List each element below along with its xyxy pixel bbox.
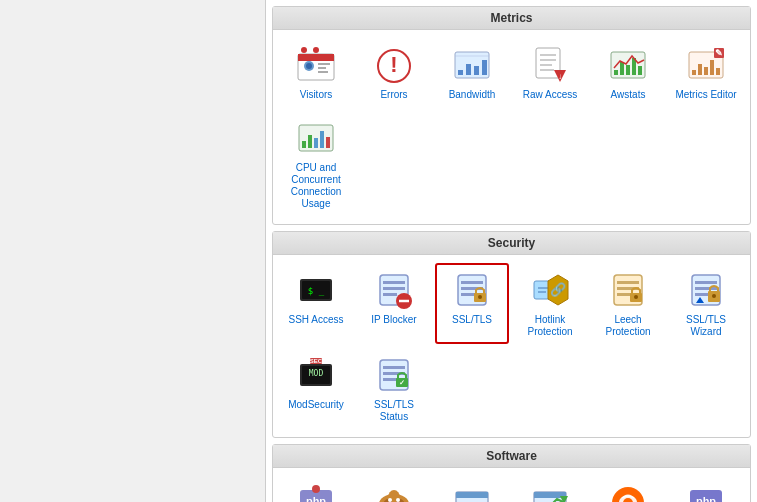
- svg-rect-5: [318, 67, 326, 69]
- errors-item[interactable]: ! Errors: [357, 38, 431, 107]
- ssl-tls-item[interactable]: SSL/TLS: [435, 263, 509, 344]
- ssl-tls-wizard-label: SSL/TLS Wizard: [675, 314, 737, 338]
- svg-rect-15: [482, 60, 487, 75]
- hotlink-protection-item[interactable]: 🔗 Hotlink Protection: [513, 263, 587, 344]
- svg-rect-4: [318, 63, 330, 65]
- hotlink-protection-icon: 🔗: [529, 269, 571, 311]
- metrics-section: Metrics: [272, 6, 751, 225]
- svg-text:SEC: SEC: [310, 358, 323, 364]
- awstats-label: Awstats: [611, 89, 646, 101]
- awstats-item[interactable]: Awstats: [591, 38, 665, 107]
- software-header: Software: [273, 445, 750, 468]
- ssl-tls-label: SSL/TLS: [452, 314, 492, 326]
- svg-rect-29: [638, 66, 642, 75]
- modsecurity-item[interactable]: MOD SEC ModSecurity: [279, 348, 353, 429]
- perl-modules-icon: [373, 482, 415, 502]
- ssl-tls-wizard-item[interactable]: SSL/TLS Wizard: [669, 263, 743, 344]
- svg-rect-27: [626, 65, 630, 75]
- svg-rect-83: [383, 366, 405, 369]
- bandwidth-label: Bandwidth: [449, 89, 496, 101]
- ssh-access-item[interactable]: $ _ SSH Access: [279, 263, 353, 344]
- svg-text:MOD: MOD: [309, 369, 324, 378]
- svg-rect-42: [320, 131, 324, 148]
- optimize-website-icon: [529, 482, 571, 502]
- cpu-usage-item[interactable]: CPU and Concurrent Connection Usage: [279, 111, 353, 216]
- raw-access-item[interactable]: ↓ Raw Access: [513, 38, 587, 107]
- softaculous-icon: [607, 482, 649, 502]
- svg-point-8: [313, 47, 319, 53]
- bandwidth-icon: [451, 44, 493, 86]
- svg-rect-72: [695, 287, 717, 290]
- bandwidth-item[interactable]: Bandwidth: [435, 38, 509, 107]
- main-content: Metrics: [265, 0, 757, 502]
- errors-label: Errors: [380, 89, 407, 101]
- leech-protection-item[interactable]: Leech Protection: [591, 263, 665, 344]
- optimize-website-item[interactable]: Optimize Website: [513, 476, 587, 502]
- ssl-tls-status-item[interactable]: ✓ SSL/TLS Status: [357, 348, 431, 429]
- ip-blocker-item[interactable]: IP Blocker: [357, 263, 431, 344]
- ssh-access-icon: $ _: [295, 269, 337, 311]
- ssl-tls-icon: [451, 269, 493, 311]
- perl-modules-item[interactable]: Perl Modules: [357, 476, 431, 502]
- svg-rect-19: [540, 59, 556, 61]
- svg-rect-41: [314, 138, 318, 148]
- ssl-tls-wizard-icon: [685, 269, 727, 311]
- modsecurity-icon: MOD SEC: [295, 354, 337, 396]
- svg-rect-49: [383, 287, 405, 290]
- metrics-editor-item[interactable]: ✎ Metrics Editor: [669, 38, 743, 107]
- svg-rect-12: [458, 70, 463, 75]
- metrics-grid: Visitors ! Errors: [273, 30, 750, 224]
- svg-point-3: [306, 63, 312, 69]
- left-sidebar: [0, 0, 265, 502]
- svg-text:🔗: 🔗: [550, 281, 567, 298]
- modsecurity-label: ModSecurity: [288, 399, 344, 411]
- ip-blocker-icon: [373, 269, 415, 311]
- svg-text:!: !: [390, 52, 397, 77]
- ip-blocker-label: IP Blocker: [371, 314, 416, 326]
- svg-rect-65: [617, 281, 639, 284]
- visitors-item[interactable]: Visitors: [279, 38, 353, 107]
- svg-rect-1: [298, 54, 334, 61]
- svg-point-58: [478, 295, 482, 299]
- svg-point-69: [634, 295, 638, 299]
- ssl-tls-status-label: SSL/TLS Status: [363, 399, 425, 423]
- awstats-icon: [607, 44, 649, 86]
- svg-point-7: [301, 47, 307, 53]
- site-software-item[interactable]: Site Software: [435, 476, 509, 502]
- svg-rect-54: [461, 281, 483, 284]
- select-php-item[interactable]: php 🔑 Select PHP Version: [669, 476, 743, 502]
- security-grid: $ _ SSH Access: [273, 255, 750, 437]
- svg-rect-33: [704, 67, 708, 75]
- raw-access-label: Raw Access: [523, 89, 577, 101]
- svg-rect-20: [540, 64, 552, 66]
- svg-rect-32: [698, 64, 702, 75]
- software-section: Software php PHP PEAR Packages: [272, 444, 751, 502]
- visitors-label: Visitors: [300, 89, 333, 101]
- svg-rect-73: [695, 293, 709, 296]
- ssh-access-label: SSH Access: [288, 314, 343, 326]
- svg-point-90: [312, 485, 320, 493]
- svg-rect-43: [326, 137, 330, 148]
- svg-rect-39: [302, 141, 306, 148]
- security-header: Security: [273, 232, 750, 255]
- svg-rect-26: [620, 62, 624, 75]
- svg-rect-48: [383, 281, 405, 284]
- metrics-editor-icon: ✎: [685, 44, 727, 86]
- svg-text:php: php: [696, 495, 716, 502]
- svg-text:✓: ✓: [399, 379, 405, 386]
- softaculous-item[interactable]: Softaculous Apps Installer: [591, 476, 665, 502]
- ssl-tls-status-icon: ✓: [373, 354, 415, 396]
- cpu-usage-label: CPU and Concurrent Connection Usage: [285, 162, 347, 210]
- svg-rect-18: [540, 54, 556, 56]
- site-software-icon: [451, 482, 493, 502]
- svg-text:↓: ↓: [558, 72, 562, 81]
- svg-rect-50: [383, 293, 397, 296]
- metrics-header: Metrics: [273, 7, 750, 30]
- select-php-icon: php 🔑: [685, 482, 727, 502]
- php-pear-item[interactable]: php PHP PEAR Packages: [279, 476, 353, 502]
- raw-access-icon: ↓: [529, 44, 571, 86]
- errors-icon: !: [373, 44, 415, 86]
- svg-text:$ _: $ _: [308, 286, 325, 296]
- page-container: Metrics: [0, 0, 757, 502]
- svg-rect-40: [308, 135, 312, 148]
